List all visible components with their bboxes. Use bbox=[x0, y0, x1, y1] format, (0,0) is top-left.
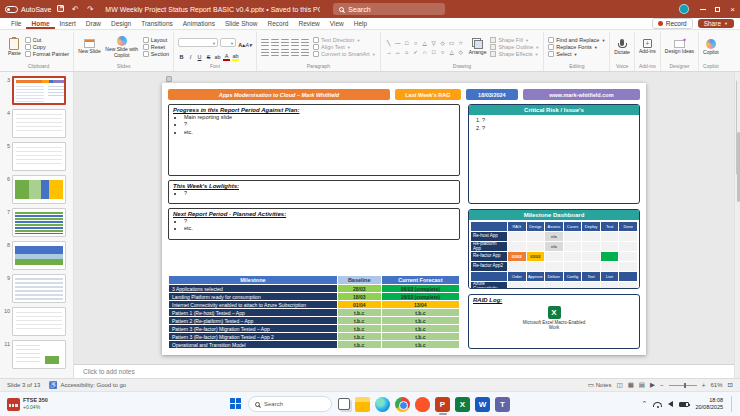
layout-button[interactable]: Layout bbox=[143, 37, 169, 43]
slide-thumbnail-image[interactable] bbox=[12, 142, 66, 171]
decrease-font-button[interactable]: A▾ bbox=[245, 41, 252, 49]
dashboard-cell[interactable] bbox=[508, 262, 526, 271]
account-avatar[interactable] bbox=[679, 4, 689, 14]
shape-icon[interactable]: ◇ bbox=[457, 48, 465, 56]
record-button[interactable]: Record bbox=[652, 18, 693, 29]
shape-icon[interactable]: □ bbox=[403, 39, 411, 47]
hidden-icons-chevron[interactable]: ⌃ bbox=[642, 400, 648, 408]
bullet-list-icon[interactable] bbox=[261, 39, 269, 46]
forecast-cell[interactable]: t.b.c bbox=[381, 325, 459, 333]
critical-risk-panel[interactable]: Critical Risk / Issue's ?? bbox=[468, 104, 640, 204]
align-right-icon[interactable] bbox=[281, 49, 289, 56]
shape-fill-button[interactable]: Shape Fill▼ bbox=[490, 37, 539, 43]
dashboard-cell[interactable] bbox=[564, 232, 582, 241]
shape-icon[interactable]: ☆ bbox=[457, 39, 465, 47]
word-icon[interactable]: W bbox=[475, 393, 490, 415]
baseline-cell[interactable]: t.b.c bbox=[337, 309, 381, 317]
raid-excel-file[interactable]: X Microsoft Excel Macro-Enabled Work bbox=[473, 306, 635, 331]
dashboard-cell[interactable] bbox=[601, 252, 619, 261]
maximize-button[interactable] bbox=[710, 0, 725, 18]
paragraph-side-button[interactable]: Align Text▼ bbox=[313, 44, 376, 50]
ribbon-tab[interactable]: Slide Show bbox=[220, 18, 263, 29]
ribbon-tab[interactable]: Help bbox=[349, 18, 372, 29]
brave-icon[interactable] bbox=[415, 393, 430, 415]
copy-button[interactable]: Copy bbox=[25, 44, 69, 50]
zoom-in-button[interactable]: + bbox=[702, 382, 706, 389]
bold-button[interactable]: B bbox=[178, 53, 185, 61]
shape-icon[interactable]: △ bbox=[421, 39, 429, 47]
autosave-toggle[interactable]: AutoSave bbox=[5, 6, 51, 13]
shape-icon[interactable]: ▭ bbox=[448, 39, 456, 47]
shape-icon[interactable]: □ bbox=[430, 48, 438, 56]
lowlights-box[interactable]: This Week's Lowlights: ? bbox=[168, 180, 460, 204]
dashboard-cell[interactable] bbox=[545, 282, 563, 289]
arrange-button[interactable]: Arrange bbox=[469, 38, 487, 56]
italic-button[interactable]: I bbox=[187, 53, 194, 61]
dashboard-cell[interactable] bbox=[527, 232, 545, 241]
baseline-cell[interactable]: t.b.c bbox=[337, 317, 381, 325]
format-painter-button[interactable]: Format Painter bbox=[25, 51, 69, 57]
slide-thumbnail-image[interactable] bbox=[12, 274, 66, 303]
underline-button[interactable]: U bbox=[196, 53, 203, 61]
dashboard-cell[interactable] bbox=[582, 262, 600, 271]
start-button[interactable] bbox=[230, 393, 242, 415]
zoom-percent[interactable]: 61% bbox=[711, 382, 723, 388]
zoom-out-button[interactable]: − bbox=[660, 382, 664, 389]
progress-box[interactable]: Progress in this Report Period Against P… bbox=[168, 104, 460, 176]
volume-icon[interactable] bbox=[668, 401, 673, 407]
slide-thumbnail[interactable]: 6 bbox=[0, 175, 69, 204]
shape-icon[interactable]: ∩ bbox=[421, 48, 429, 56]
battery-icon[interactable] bbox=[679, 402, 689, 407]
milestone-table[interactable]: MilestoneBaselineCurrent Forecast3 Appli… bbox=[168, 275, 460, 349]
dashboard-cell[interactable] bbox=[601, 282, 619, 289]
milestone-name-cell[interactable]: Operational and Transition Model bbox=[169, 341, 338, 349]
slide-title-banner[interactable]: Apps Modernisation to Cloud – Mark Whitf… bbox=[168, 89, 390, 100]
baseline-cell[interactable]: 18/03 bbox=[337, 293, 381, 301]
slide-thumbnail-image[interactable] bbox=[12, 307, 66, 336]
dictate-button[interactable]: Dictate bbox=[614, 39, 630, 56]
autosave-toggle-switch[interactable] bbox=[5, 6, 18, 13]
columns-icon[interactable] bbox=[301, 49, 309, 56]
redo-icon[interactable]: ↷ bbox=[84, 5, 96, 14]
clock[interactable]: 18:08 20/08/2025 bbox=[695, 397, 723, 411]
slideshow-icon[interactable]: ▶ bbox=[650, 381, 655, 389]
editing-button[interactable]: Find and Replace▼ bbox=[548, 37, 605, 43]
dashboard-cell[interactable] bbox=[527, 282, 545, 289]
next-period-box[interactable]: Next Report Period - Planned Activities:… bbox=[168, 208, 460, 240]
milestone-name-cell[interactable]: Pattern 3 (Re-factor) Migration Tested –… bbox=[169, 333, 338, 341]
slide-thumbnail[interactable]: 11 bbox=[0, 340, 69, 369]
dashboard-cell[interactable] bbox=[564, 262, 582, 271]
paragraph-side-button[interactable]: Convert to SmartArt▼ bbox=[313, 51, 376, 57]
notes-pane[interactable]: Click to add notes bbox=[74, 364, 734, 378]
ribbon-tab[interactable]: File bbox=[6, 18, 26, 29]
ribbon-tab[interactable]: Design bbox=[106, 18, 136, 29]
milestone-dashboard-table[interactable]: RAGDesignAssessCasesDeployTestDoneRe-hos… bbox=[469, 220, 639, 289]
milestone-name-cell[interactable]: Landing Platform ready for consumption bbox=[169, 293, 338, 301]
forecast-cell[interactable]: t.b.c bbox=[381, 309, 459, 317]
ribbon-tab[interactable]: Review bbox=[293, 18, 324, 29]
slide-thumbnail-image[interactable] bbox=[12, 109, 66, 138]
slide-thumbnail-image[interactable] bbox=[12, 208, 66, 237]
slide-thumbnail-image[interactable] bbox=[12, 340, 66, 369]
slide-thumbnail-image[interactable] bbox=[12, 241, 66, 270]
justify-icon[interactable] bbox=[291, 49, 299, 56]
slide[interactable]: Apps Modernisation to Cloud – Mark Whitf… bbox=[162, 83, 646, 355]
powerpoint-icon[interactable]: P bbox=[435, 393, 450, 415]
baseline-cell[interactable]: t.b.c bbox=[337, 333, 381, 341]
dashboard-cell[interactable] bbox=[619, 232, 637, 241]
shape-icon[interactable]: ⌂ bbox=[403, 48, 411, 56]
task-view-icon[interactable] bbox=[338, 393, 350, 415]
document-title[interactable]: MW Weekly Project Status Report BASIC v0… bbox=[105, 6, 320, 13]
accessibility-status[interactable]: ♿ Accessibility: Good to go bbox=[49, 381, 126, 389]
ribbon-tab[interactable]: Home bbox=[26, 18, 54, 29]
dashboard-cell[interactable] bbox=[582, 232, 600, 241]
paste-button[interactable]: Paste bbox=[8, 38, 21, 57]
dashboard-cell[interactable] bbox=[527, 262, 545, 271]
dashboard-cell[interactable] bbox=[545, 262, 563, 271]
shape-outline-button[interactable]: Shape Outline▼ bbox=[490, 44, 539, 50]
slide-thumbnail[interactable]: 5 bbox=[0, 142, 69, 171]
milestone-name-cell[interactable]: 3 Applications selected bbox=[169, 285, 338, 293]
share-button[interactable]: Share▼ bbox=[698, 19, 734, 28]
font-name-select[interactable]: ▼ bbox=[178, 38, 218, 47]
new-slide-copilot-button[interactable]: New Slide with Copilot bbox=[105, 36, 139, 58]
